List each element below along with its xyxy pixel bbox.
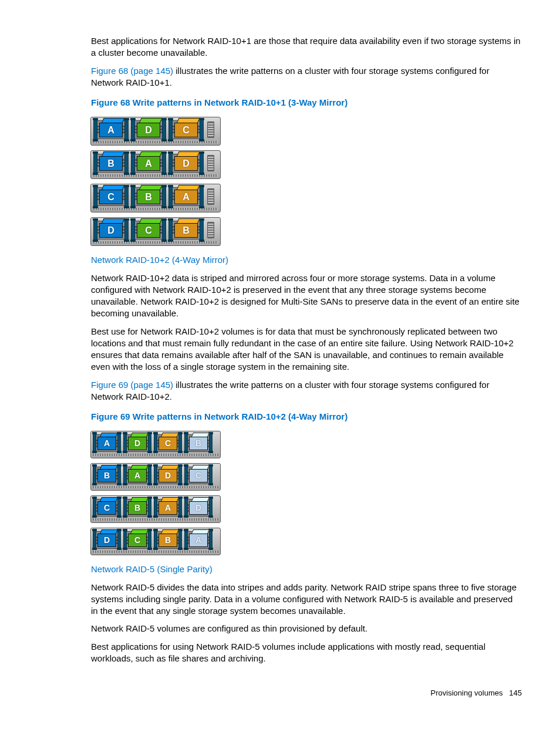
paragraph: Figure 68 (page 145) illustrates the wri… xyxy=(91,65,522,89)
disk-label: B xyxy=(99,156,123,171)
disk-label: C xyxy=(97,501,116,515)
storage-rack: CBA xyxy=(90,184,221,212)
storage-rack: ADC xyxy=(90,117,221,146)
disk-slot: D xyxy=(168,154,204,173)
paragraph: Network RAID-5 divides the data into str… xyxy=(91,582,522,617)
disk-label: C xyxy=(174,123,198,137)
disk-label: D xyxy=(128,437,147,450)
disk-label: C xyxy=(99,190,123,204)
disk-slot: A xyxy=(168,187,204,206)
paragraph: Network RAID-10+2 data is striped and mi… xyxy=(91,272,522,320)
disk-label: A xyxy=(158,501,177,515)
disk-label: D xyxy=(97,534,116,547)
disk-slot: D xyxy=(93,531,121,549)
disk-label: A xyxy=(174,190,198,204)
disk-slot: D xyxy=(154,467,182,484)
storage-rack: ADCB xyxy=(90,431,221,458)
paragraph: Best applications for using Network RAID… xyxy=(91,641,522,665)
paragraph: Best applications for Network RAID-10+1 … xyxy=(91,35,522,59)
disk-slot: D xyxy=(184,499,212,517)
disk-slot: A xyxy=(154,499,182,517)
disk-label: A xyxy=(97,437,116,450)
vent-icon xyxy=(207,222,214,238)
disk-label: A xyxy=(189,534,208,547)
disk-label: D xyxy=(158,469,177,482)
disk-slot: C xyxy=(123,531,151,549)
storage-rack: DCBA xyxy=(90,528,221,555)
disk-label: B xyxy=(158,534,177,547)
disk-label: A xyxy=(99,123,123,137)
section-heading-raid5: Network RAID-5 (Single Parity) xyxy=(91,563,522,575)
disk-label: D xyxy=(189,501,208,515)
figure-69-diagram: ADCBBADCCBADDCBA xyxy=(90,431,522,555)
disk-slot: B xyxy=(123,499,151,517)
storage-rack: CBAD xyxy=(90,495,221,523)
figure-link[interactable]: Figure 68 (page 145) xyxy=(91,66,173,76)
paragraph: Network RAID-5 volumes are configured as… xyxy=(91,623,522,634)
disk-slot: C xyxy=(93,499,121,517)
disk-label: B xyxy=(174,223,198,238)
vent-icon xyxy=(207,155,214,171)
figure-68-caption: Figure 68 Write patterns in Network RAID… xyxy=(91,97,522,109)
footer-page-number: 145 xyxy=(509,688,522,697)
storage-rack: DCB xyxy=(90,217,221,246)
figure-69-caption: Figure 69 Write patterns in Network RAID… xyxy=(91,411,522,423)
disk-slot: C xyxy=(154,434,182,452)
disk-slot: A xyxy=(93,120,129,139)
disk-slot: B xyxy=(184,434,212,452)
disk-slot: D xyxy=(93,221,129,239)
section-heading-raid102: Network RAID-10+2 (4-Way Mirror) xyxy=(91,254,522,266)
disk-slot: D xyxy=(131,120,166,139)
page-footer: Provisioning volumes 145 xyxy=(91,688,522,698)
disk-slot: C xyxy=(184,467,212,484)
disk-slot: B xyxy=(154,531,182,549)
disk-slot: C xyxy=(168,120,204,139)
disk-label: C xyxy=(137,223,160,238)
disk-slot: A xyxy=(93,434,121,452)
disk-slot: B xyxy=(93,154,129,173)
storage-rack: BADC xyxy=(90,463,221,491)
disk-label: C xyxy=(128,534,147,547)
vent-icon xyxy=(207,121,214,138)
disk-label: B xyxy=(189,437,208,450)
disk-label: C xyxy=(158,437,177,450)
paragraph: Best use for Network RAID-10+2 volumes i… xyxy=(91,326,522,373)
disk-label: B xyxy=(97,469,116,482)
disk-slot: C xyxy=(93,187,129,206)
disk-slot: B xyxy=(93,467,121,484)
disk-label: B xyxy=(128,501,147,515)
disk-slot: B xyxy=(131,187,166,206)
disk-label: B xyxy=(137,190,160,204)
disk-slot: D xyxy=(123,434,151,452)
storage-rack: BAD xyxy=(90,150,221,179)
disk-slot: C xyxy=(131,221,166,239)
disk-label: D xyxy=(137,123,160,137)
disk-slot: A xyxy=(123,467,151,484)
disk-slot: A xyxy=(184,531,212,549)
disk-label: A xyxy=(128,469,147,482)
disk-slot: A xyxy=(131,154,166,173)
disk-label: A xyxy=(137,156,160,171)
disk-slot: B xyxy=(168,221,204,239)
disk-label: C xyxy=(189,469,208,482)
footer-section: Provisioning volumes xyxy=(431,688,503,697)
figure-link[interactable]: Figure 69 (page 145) xyxy=(91,380,173,390)
figure-68-diagram: ADCBADCBADCB xyxy=(90,117,522,246)
disk-label: D xyxy=(174,156,198,171)
disk-label: D xyxy=(99,223,123,238)
vent-icon xyxy=(207,188,214,205)
paragraph: Figure 69 (page 145) illustrates the wri… xyxy=(91,379,522,403)
